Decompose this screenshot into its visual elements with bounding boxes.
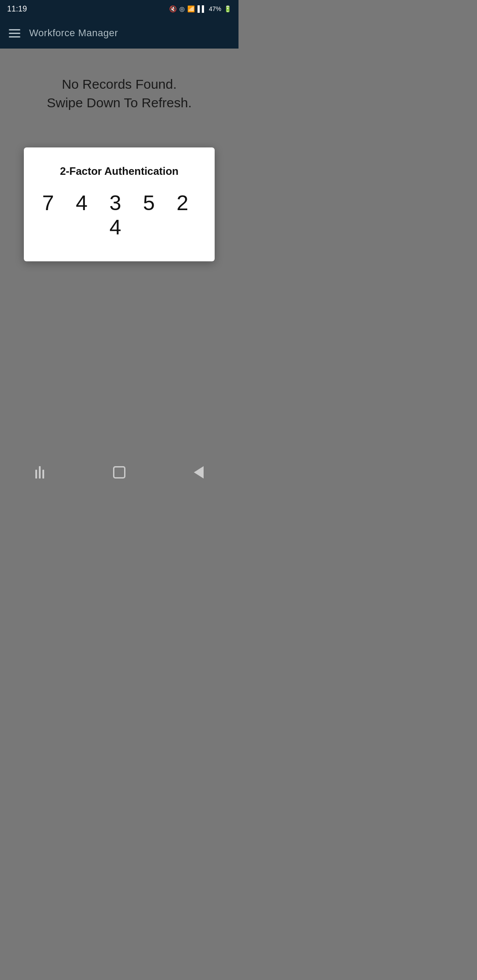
recent-apps-button[interactable] [26,459,53,486]
battery-indicator: 47% [209,5,221,12]
status-icons: 🔇 ◎ 📶 ▌▌ 47% 🔋 [169,5,231,12]
hamburger-line-1 [9,29,20,30]
hamburger-line-3 [9,36,20,38]
battery-icon: 🔋 [224,5,231,12]
back-button[interactable] [186,459,212,486]
recent-apps-icon [35,466,44,479]
mute-icon: 🔇 [169,5,177,12]
hamburger-menu-button[interactable] [9,29,20,38]
home-icon [113,466,125,479]
app-bar: Workforce Manager [0,18,238,49]
status-time: 11:19 [7,4,27,14]
main-content: No Records Found.Swipe Down To Refresh. … [0,49,238,455]
dialog-overlay: 2-Factor Authentication 7 4 3 5 2 4 [13,147,225,261]
home-button[interactable] [106,459,132,486]
dialog-title: 2-Factor Authentication [60,165,178,177]
back-icon [194,466,204,479]
wifi-icon: 📶 [187,5,195,12]
empty-state-message: No Records Found.Swipe Down To Refresh. [47,75,192,112]
nav-bar [0,455,238,490]
app-title: Workforce Manager [29,27,118,39]
location-icon: ◎ [179,5,185,12]
two-factor-dialog: 2-Factor Authentication 7 4 3 5 2 4 [24,147,215,261]
dialog-code: 7 4 3 5 2 4 [37,191,201,239]
status-bar: 11:19 🔇 ◎ 📶 ▌▌ 47% 🔋 [0,0,238,18]
hamburger-line-2 [9,33,20,34]
signal-icon: ▌▌ [197,5,206,12]
